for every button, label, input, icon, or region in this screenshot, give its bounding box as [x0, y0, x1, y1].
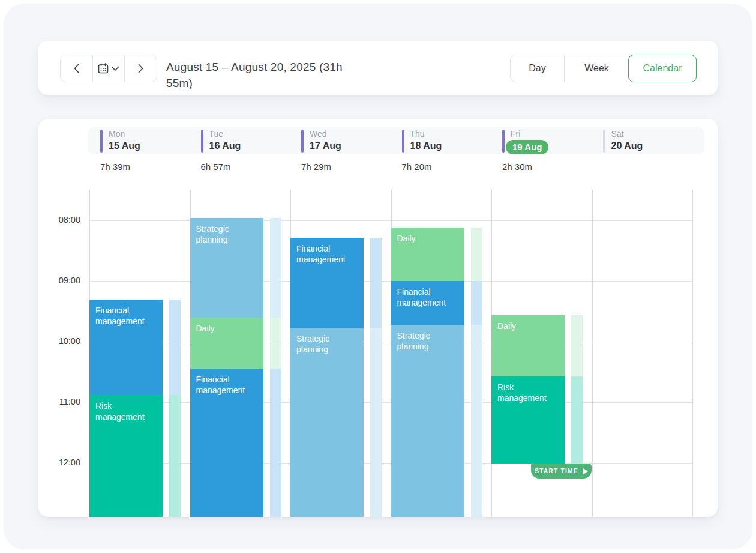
day-weekday-label: Sat — [611, 129, 643, 139]
toolbar: August 15 – August 20, 2025 (31h 55m) Da… — [38, 41, 718, 95]
day-accent-bar — [502, 130, 505, 153]
day-weekday-label: Mon — [109, 129, 140, 139]
event-strip — [471, 228, 482, 281]
day-header-wed[interactable]: Wed17 Aug — [301, 129, 341, 153]
day-accent-bar — [100, 130, 103, 153]
day-header-fri[interactable]: Fri19 Aug — [502, 129, 548, 153]
grid-vline — [692, 190, 693, 517]
day-weekday-label: Wed — [310, 129, 341, 139]
chevron-down-icon — [111, 66, 119, 71]
event-strip — [571, 315, 583, 376]
event-financial-management[interactable]: Financial management — [190, 369, 263, 517]
date-range-title: August 15 – August 20, 2025 (31h 55m) — [166, 59, 502, 91]
event-financial-management[interactable]: Financial management — [89, 300, 163, 395]
event-financial-management[interactable]: Financial management — [290, 238, 364, 328]
day-date-label: 16 Aug — [209, 140, 241, 152]
day-accent-bar — [603, 130, 605, 153]
event-strip — [169, 300, 181, 395]
play-icon — [583, 468, 588, 474]
event-daily[interactable]: Daily — [391, 228, 464, 281]
next-button[interactable] — [124, 55, 157, 82]
calendar-card: Mon15 AugTue16 AugWed17 AugThu18 AugFri1… — [38, 119, 718, 517]
day-weekday-label: Fri — [511, 129, 548, 139]
view-week-button[interactable]: Week — [565, 55, 629, 82]
date-nav-group — [60, 55, 157, 82]
calendar-icon — [98, 63, 109, 74]
day-header-text: Sat20 Aug — [611, 129, 643, 153]
day-total-wed: 7h 29m — [301, 162, 331, 172]
event-strategic-planning[interactable]: Strategic planning — [391, 325, 464, 517]
event-strategic-planning[interactable]: Strategic planning — [190, 218, 263, 318]
event-strip — [571, 376, 583, 477]
prev-button[interactable] — [61, 55, 92, 82]
event-strip — [370, 328, 382, 517]
event-strategic-planning[interactable]: Strategic planning — [290, 328, 364, 517]
start-time-button[interactable]: START TIME — [531, 464, 592, 479]
time-label-0800: 08:00 — [43, 215, 80, 225]
grid-vline — [592, 190, 593, 517]
day-header-thu[interactable]: Thu18 Aug — [402, 129, 442, 153]
today-pill: 19 Aug — [506, 140, 548, 154]
day-accent-bar — [201, 130, 203, 153]
view-calendar-button[interactable]: Calendar — [628, 55, 697, 82]
time-label-1200: 12:00 — [43, 458, 80, 467]
day-header-text: Fri19 Aug — [511, 129, 548, 153]
event-strip — [471, 325, 482, 517]
event-strip — [471, 281, 482, 325]
day-total-fri: 2h 30m — [502, 162, 532, 172]
day-total-tue: 6h 57m — [201, 162, 231, 172]
event-strip — [270, 369, 281, 517]
day-date-label: 19 Aug — [511, 140, 548, 154]
day-header-text: Mon15 Aug — [109, 129, 140, 153]
day-total-thu: 7h 20m — [402, 162, 432, 172]
day-accent-bar — [402, 130, 404, 153]
day-date-label: 20 Aug — [611, 140, 643, 152]
day-header-mon[interactable]: Mon15 Aug — [100, 129, 140, 153]
day-header-text: Thu18 Aug — [410, 129, 442, 153]
time-label-1000: 10:00 — [43, 336, 80, 346]
day-date-label: 15 Aug — [109, 140, 140, 152]
day-header-text: Tue16 Aug — [209, 129, 241, 153]
event-risk-management[interactable]: Risk management — [89, 395, 163, 517]
view-switcher: Day Week Calendar — [510, 55, 697, 82]
chevron-left-icon — [74, 64, 79, 73]
day-date-label: 17 Aug — [310, 140, 341, 152]
event-financial-management[interactable]: Financial management — [391, 281, 464, 325]
event-strip — [370, 238, 382, 328]
start-time-label: START TIME — [535, 468, 578, 474]
day-date-label: 18 Aug — [410, 140, 442, 152]
time-label-1100: 11:00 — [43, 397, 80, 406]
calendar-picker-button[interactable] — [92, 55, 125, 82]
chevron-right-icon — [138, 64, 143, 73]
event-daily[interactable]: Daily — [491, 315, 565, 376]
day-header-tue[interactable]: Tue16 Aug — [201, 129, 241, 153]
day-weekday-label: Thu — [410, 129, 442, 139]
day-weekday-label: Tue — [209, 129, 241, 139]
day-header-text: Wed17 Aug — [310, 129, 341, 153]
event-risk-management[interactable]: Risk management — [491, 376, 565, 464]
event-strip — [270, 318, 281, 369]
day-accent-bar — [301, 130, 304, 153]
day-header-sat[interactable]: Sat20 Aug — [603, 129, 643, 153]
view-day-button[interactable]: Day — [511, 55, 565, 82]
event-daily[interactable]: Daily — [190, 318, 263, 369]
grid-hline — [89, 220, 692, 221]
time-label-0900: 09:00 — [43, 276, 80, 285]
app-canvas: August 15 – August 20, 2025 (31h 55m) Da… — [4, 4, 752, 549]
day-total-mon: 7h 39m — [100, 162, 130, 172]
event-strip — [169, 395, 181, 517]
event-strip — [270, 218, 281, 318]
